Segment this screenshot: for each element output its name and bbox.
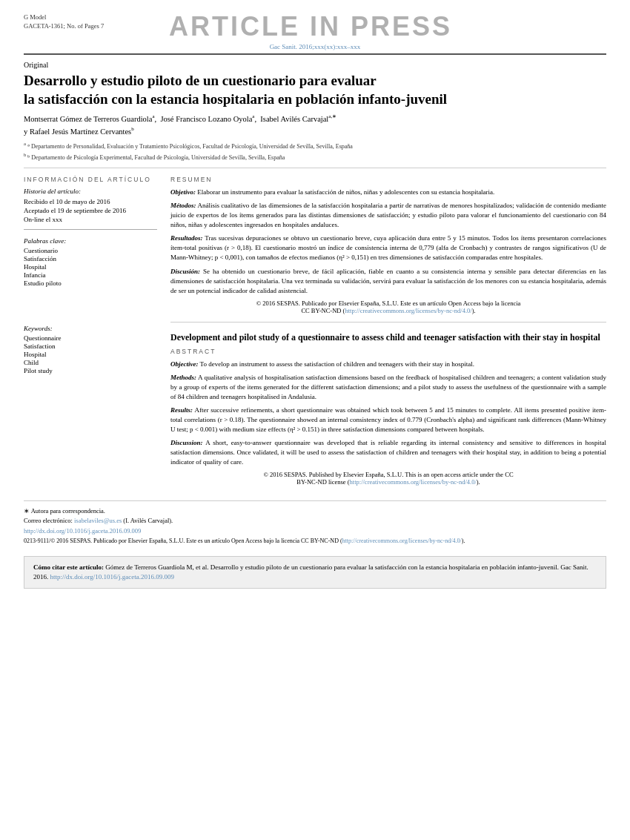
affiliation-a: a ᵃ Departamento de Personalidad, Evalua… (24, 140, 606, 151)
abstract-heading: ABSTRACT (170, 348, 606, 355)
resumen-copyright: © 2016 SESPAS. Publicado por Elsevier Es… (170, 300, 606, 314)
metodos-label: Métodos: (170, 202, 196, 209)
en-objective-text: To develop an instrument to assess the s… (198, 360, 474, 368)
accepted-date: Aceptado el 19 de septiembre de 2016 (24, 207, 157, 214)
en-objective-label: Objective: (170, 360, 198, 368)
en-methods-label: Methods: (170, 374, 196, 381)
g-model-label: G Model (24, 13, 104, 22)
email-line: Correo electrónico: isabelaviles@us.es (… (24, 517, 606, 524)
discusion-label: Discusión: (170, 268, 200, 275)
en-results-para: Results: After successive refinements, a… (170, 406, 606, 434)
objetivo-label: Objetivo: (170, 188, 196, 196)
keywords-label: Palabras clave: (24, 237, 157, 245)
doi-link[interactable]: http://dx.doi.org/10.1016/j.gaceta.2016.… (24, 527, 141, 535)
keyword-en-1: Questionnaire (24, 334, 157, 342)
keyword-1: Cuestionario (24, 247, 157, 254)
metodos-text: Análisis cualitativo de las dimensiones … (170, 202, 606, 228)
metodos-para: Métodos: Análisis cualitativo de las dim… (170, 201, 606, 230)
en-results-text: After successive refinements, a short qu… (170, 406, 606, 433)
keyword-en-5: Pilot study (24, 367, 157, 374)
keyword-5: Estudio piloto (24, 280, 157, 287)
doi-line: http://dx.doi.org/10.1016/j.gaceta.2016.… (24, 527, 606, 535)
page: G Model GACETA-1361; No. of Pages 7 ARTI… (0, 0, 630, 840)
en-discussion-label: Discussion: (170, 439, 203, 446)
article-in-press-text: ARTICLE IN PRESS (104, 13, 517, 40)
resultados-text: Tras sucesivas depuraciones se obtuvo un… (170, 234, 606, 261)
email-note: (I. Avilés Carvajal). (123, 517, 173, 524)
english-title: Development and pilot study of a questio… (170, 331, 606, 343)
en-methods-text: A qualitative analysis of hospitalisatio… (170, 374, 606, 400)
keyword-3: Hospital (24, 263, 157, 271)
left-column: INFORMACIÓN DEL ARTÍCULO Historia del ar… (24, 174, 157, 486)
keywords-en-label: Keywords: (24, 325, 157, 332)
main-content: INFORMACIÓN DEL ARTÍCULO Historia del ar… (24, 174, 606, 486)
objetivo-para: Objetivo: Elaborar un instrumento para e… (170, 188, 606, 197)
article-type: Original (24, 61, 606, 69)
license-link[interactable]: http://creativecommons.org/licenses/by-n… (342, 538, 462, 544)
en-discussion-text: A short, easy-to-answer questionnaire wa… (170, 439, 606, 466)
affiliations: a ᵃ Departamento de Personalidad, Evalua… (24, 140, 606, 162)
online-date: On-line el xxx (24, 216, 157, 223)
discusion-para: Discusión: Se ha obtenido un cuestionari… (170, 267, 606, 296)
resultados-label: Resultados: (170, 234, 203, 242)
affiliation-b: b ᵇ Departamento de Psicología Experimen… (24, 151, 606, 162)
authors: Montserrat Gómez de Terreros Guardiolaa,… (24, 113, 606, 137)
en-copyright-link[interactable]: http://creativecommons.org/licenses/by-n… (350, 478, 477, 486)
citation-doi-link[interactable]: http://dx.doi.org/10.1016/j.gaceta.2016.… (50, 573, 175, 581)
keyword-en-3: Hospital (24, 351, 157, 358)
en-copyright: © 2016 SESPAS. Published by Elsevier Esp… (170, 471, 606, 486)
resumen-heading: RESUMEN (170, 176, 606, 183)
en-results-label: Results: (170, 406, 193, 414)
en-objective-para: Objective: To develop an instrument to a… (170, 360, 606, 369)
article-in-press-banner: ARTICLE IN PRESS (104, 13, 517, 40)
keyword-en-2: Satisfaction (24, 343, 157, 350)
main-title: Desarrollo y estudio piloto de un cuesti… (24, 72, 606, 108)
email-label: Correo electrónico: (24, 517, 73, 524)
license-line: 0213-9111/© 2016 SESPAS. Publicado por E… (24, 537, 606, 545)
keyword-4: Infancia (24, 271, 157, 279)
resumen-copyright-link[interactable]: http://creativecommons.org/licenses/by-n… (345, 307, 471, 314)
journal-reference: Gac Sanit. 2016;xxx(xx):xxx–xxx (24, 43, 606, 50)
en-methods-para: Methods: A qualitative analysis of hospi… (170, 373, 606, 402)
footer: ∗ Autora para correspondencia. Correo el… (24, 500, 606, 545)
journal-issue: GACETA-1361; No. of Pages 7 (24, 22, 104, 31)
discusion-text: Se ha obtenido un cuestionario breve, de… (170, 268, 606, 294)
citation-box: Cómo citar este artículo: Gómez de Terre… (24, 556, 606, 589)
email-link[interactable]: isabelaviles@us.es (74, 517, 122, 524)
header: G Model GACETA-1361; No. of Pages 7 ARTI… (24, 13, 606, 40)
en-discussion-para: Discussion: A short, easy-to-answer ques… (170, 438, 606, 467)
received-date: Recibido el 10 de mayo de 2016 (24, 198, 157, 205)
right-column: RESUMEN Objetivo: Elaborar un instrument… (170, 174, 606, 486)
objetivo-text: Elaborar un instrumento para evaluar la … (196, 188, 494, 196)
resultados-para: Resultados: Tras sucesivas depuraciones … (170, 234, 606, 262)
keyword-2: Satisfacción (24, 255, 157, 262)
asterisk-note: ∗ Autora para correspondencia. (24, 507, 606, 515)
keyword-en-4: Child (24, 359, 157, 366)
citation-label: Cómo citar este artículo: (33, 563, 104, 571)
history-label: Historia del artículo: (24, 188, 157, 195)
journal-info: G Model GACETA-1361; No. of Pages 7 (24, 13, 104, 31)
info-heading: INFORMACIÓN DEL ARTÍCULO (24, 176, 157, 183)
